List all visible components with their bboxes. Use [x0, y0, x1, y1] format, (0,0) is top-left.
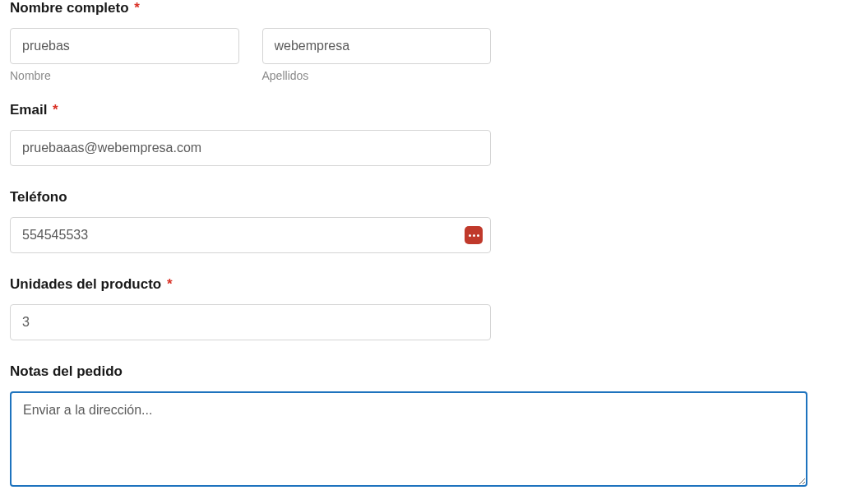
field-group-notes: Notas del pedido: [10, 363, 832, 490]
field-group-email: Email *: [10, 102, 832, 166]
label-notes: Notas del pedido: [10, 363, 832, 380]
lastpass-icon[interactable]: [465, 226, 483, 244]
label-email-text: Email: [10, 102, 47, 118]
field-group-phone: Teléfono: [10, 189, 832, 253]
dots-icon: [469, 234, 479, 237]
label-units-text: Unidades del producto: [10, 276, 161, 292]
label-email: Email *: [10, 102, 832, 118]
firstname-sublabel: Nombre: [10, 69, 239, 82]
lastname-sublabel: Apellidos: [262, 69, 492, 82]
label-units: Unidades del producto *: [10, 276, 832, 293]
phone-wrapper: [10, 217, 491, 253]
label-fullname-text: Nombre completo: [10, 0, 129, 16]
firstname-input[interactable]: [10, 28, 239, 64]
name-row: Nombre Apellidos: [10, 28, 491, 82]
required-asterisk: *: [134, 0, 140, 16]
required-asterisk: *: [53, 102, 58, 118]
label-phone: Teléfono: [10, 189, 832, 206]
firstname-col: Nombre: [10, 28, 239, 82]
phone-input[interactable]: [10, 217, 491, 253]
form-container: Nombre completo * Nombre Apellidos Email…: [10, 0, 832, 490]
field-group-fullname: Nombre completo * Nombre Apellidos: [10, 0, 832, 82]
notes-textarea[interactable]: [10, 391, 807, 487]
lastname-col: Apellidos: [262, 28, 492, 82]
label-notes-text: Notas del pedido: [10, 363, 123, 379]
email-input[interactable]: [10, 130, 491, 166]
lastname-input[interactable]: [262, 28, 492, 64]
required-asterisk: *: [167, 276, 173, 292]
label-phone-text: Teléfono: [10, 189, 67, 205]
label-fullname: Nombre completo *: [10, 0, 832, 16]
field-group-units: Unidades del producto *: [10, 276, 832, 340]
units-input[interactable]: [10, 304, 491, 340]
